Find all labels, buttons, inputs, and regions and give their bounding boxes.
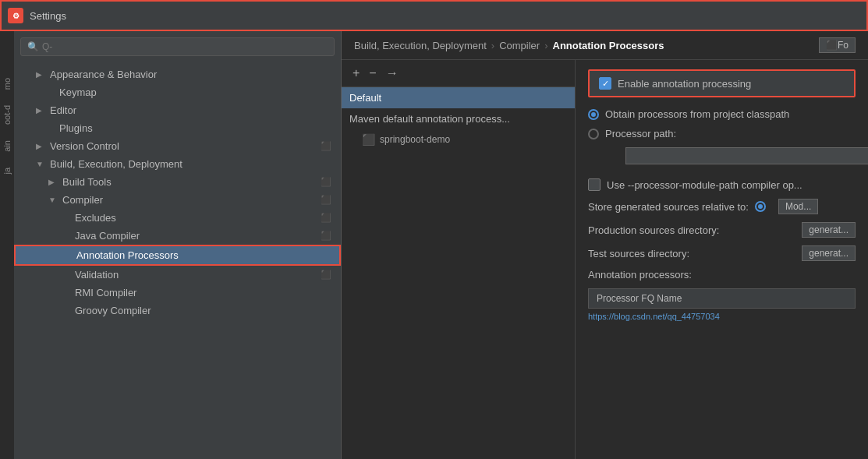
expand-icon: ▼ bbox=[48, 196, 59, 204]
processor-list: Default Maven default annotation process… bbox=[342, 87, 575, 459]
breadcrumb-part-1[interactable]: Build, Execution, Deployment bbox=[354, 40, 487, 51]
breadcrumb-part-2[interactable]: Compiler bbox=[499, 40, 540, 51]
enable-annotation-checkbox[interactable]: ✓ bbox=[599, 77, 611, 90]
sidebar-item-appearance[interactable]: ▶ Appearance & Behavior bbox=[14, 65, 341, 83]
sidebar-item-build-tools[interactable]: ▶ Build Tools ⬛ bbox=[14, 173, 341, 191]
sidebar-tree: ▶ Appearance & Behavior Keymap ▶ Editor … bbox=[14, 62, 341, 459]
sidebar-item-groovy-compiler[interactable]: Groovy Compiler bbox=[14, 302, 341, 320]
edge-label-2: oot-d bbox=[2, 105, 12, 125]
use-processor-module-checkbox[interactable] bbox=[588, 178, 601, 191]
production-sources-value: generat... bbox=[802, 222, 856, 238]
sidebar-item-java-compiler[interactable]: Java Compiler ⬛ bbox=[14, 227, 341, 245]
navigate-button[interactable]: → bbox=[381, 65, 403, 82]
enable-annotation-row: ✓ Enable annotation processing bbox=[588, 69, 856, 97]
content-body: + − → Default Maven default annotation p… bbox=[342, 60, 868, 459]
test-sources-row: Test sources directory: generat... bbox=[588, 245, 856, 261]
processor-list-item-maven[interactable]: Maven default annotation process... bbox=[342, 108, 575, 129]
annotation-processors-label: Annotation processors: bbox=[588, 269, 692, 281]
copy-icon: ⬛ bbox=[321, 141, 331, 151]
sidebar-item-label: RMI Compiler bbox=[75, 287, 331, 298]
breadcrumb-sep-2: › bbox=[544, 40, 547, 51]
search-input[interactable] bbox=[42, 41, 328, 52]
main-content: mo oot-d ain ja 🔍 ▶ Appearance & Behavio… bbox=[0, 31, 868, 459]
table-header: Processor FQ Name bbox=[588, 288, 856, 309]
obtain-processors-label: Obtain processors from project classpath bbox=[605, 108, 789, 120]
sidebar-item-label: Keymap bbox=[59, 87, 331, 98]
processor-path-radio[interactable] bbox=[588, 129, 599, 139]
sidebar-item-label: Build, Execution, Deployment bbox=[50, 158, 331, 170]
sidebar-item-validation[interactable]: Validation ⬛ bbox=[14, 266, 341, 284]
copy-icon: ⬛ bbox=[321, 195, 331, 205]
breadcrumb: Build, Execution, Deployment › Compiler … bbox=[342, 31, 868, 60]
sidebar-item-excludes[interactable]: Excludes ⬛ bbox=[14, 209, 341, 227]
sidebar-item-build-execution[interactable]: ▼ Build, Execution, Deployment bbox=[14, 155, 341, 173]
processor-sub-label: springboot-demo bbox=[380, 134, 450, 145]
left-edge: mo oot-d ain ja bbox=[0, 31, 14, 459]
edge-label-1: mo bbox=[2, 78, 12, 90]
expand-icon: ▶ bbox=[36, 70, 47, 79]
sidebar-item-label: Excludes bbox=[75, 212, 317, 224]
expand-icon: ▶ bbox=[48, 178, 59, 186]
obtain-processors-row: Obtain processors from project classpath bbox=[588, 108, 856, 120]
sidebar-item-keymap[interactable]: Keymap bbox=[14, 83, 341, 101]
sidebar-item-label: Version Control bbox=[50, 140, 317, 152]
processor-path-label: Processor path: bbox=[605, 128, 676, 139]
store-generated-label: Store generated sources relative to: bbox=[588, 201, 749, 213]
module-icon: ⬛ bbox=[362, 133, 375, 146]
settings-panel: ✓ Enable annotation processing Obtain pr… bbox=[576, 60, 868, 459]
expand-icon: ▶ bbox=[36, 106, 47, 115]
sidebar-item-label: Annotation Processors bbox=[76, 249, 330, 261]
processor-path-row: Processor path: bbox=[588, 128, 856, 139]
edge-label-4: ja bbox=[2, 168, 12, 175]
use-processor-module-label: Use --processor-module-path compiler op.… bbox=[607, 179, 802, 191]
use-processor-module-row: Use --processor-module-path compiler op.… bbox=[588, 178, 856, 191]
sidebar-item-label: Groovy Compiler bbox=[75, 305, 331, 316]
processor-list-panel: + − → Default Maven default annotation p… bbox=[342, 60, 576, 459]
add-button[interactable]: + bbox=[348, 65, 364, 82]
sidebar-item-annotation-processors[interactable]: Annotation Processors bbox=[14, 245, 341, 266]
store-generated-radio[interactable] bbox=[755, 201, 766, 212]
processor-path-input[interactable] bbox=[625, 147, 868, 164]
processor-list-item-springboot[interactable]: ⬛ springboot-demo bbox=[342, 129, 575, 150]
copy-icon: ⬛ bbox=[321, 231, 331, 241]
sidebar-item-label: Compiler bbox=[62, 194, 317, 206]
sidebar-item-label: Validation bbox=[75, 269, 317, 281]
sidebar-item-label: Appearance & Behavior bbox=[50, 69, 331, 80]
sidebar-item-compiler[interactable]: ▼ Compiler ⬛ bbox=[14, 191, 341, 209]
search-box[interactable]: 🔍 bbox=[20, 37, 335, 56]
annotation-processors-row: Annotation processors: bbox=[588, 269, 856, 281]
remove-button[interactable]: − bbox=[364, 65, 381, 82]
copy-icon: ⬛ bbox=[321, 213, 331, 223]
search-icon: 🔍 bbox=[27, 41, 39, 52]
sidebar-item-label: Plugins bbox=[59, 122, 331, 134]
watermark-text: https://blog.csdn.net/qq_44757034 bbox=[588, 312, 720, 321]
production-sources-label: Production sources directory: bbox=[588, 224, 719, 236]
test-sources-label: Test sources directory: bbox=[588, 248, 689, 260]
enable-annotation-label: Enable annotation processing bbox=[618, 78, 751, 90]
breadcrumb-part-3: Annotation Processors bbox=[553, 40, 664, 51]
sidebar-item-version-control[interactable]: ▶ Version Control ⬛ bbox=[14, 137, 341, 155]
sidebar-item-label: Build Tools bbox=[62, 176, 317, 188]
copy-icon: ⬛ bbox=[321, 270, 331, 280]
breadcrumb-sep-1: › bbox=[491, 40, 494, 51]
sidebar-item-editor[interactable]: ▶ Editor bbox=[14, 101, 341, 119]
expand-icon: ▶ bbox=[36, 142, 47, 150]
content-panel: Build, Execution, Deployment › Compiler … bbox=[342, 31, 868, 459]
edge-label-3: ain bbox=[2, 140, 12, 152]
copy-icon: ⬛ bbox=[321, 177, 331, 187]
font-button[interactable]: ⬛ Fo bbox=[819, 37, 856, 53]
obtain-processors-radio[interactable] bbox=[588, 109, 599, 120]
production-sources-row: Production sources directory: generat... bbox=[588, 222, 856, 238]
sidebar-item-label: Java Compiler bbox=[75, 230, 317, 242]
settings-icon: ⚙ bbox=[8, 8, 23, 23]
processor-list-item-default[interactable]: Default bbox=[342, 87, 575, 108]
sidebar-item-label: Editor bbox=[50, 104, 331, 116]
expand-icon: ▼ bbox=[36, 160, 47, 168]
table-header-label: Processor FQ Name bbox=[597, 293, 682, 304]
sidebar-item-plugins[interactable]: Plugins bbox=[14, 119, 341, 137]
font-icon: ⬛ bbox=[826, 40, 838, 51]
title-bar: ⚙ Settings bbox=[0, 0, 868, 31]
list-toolbar: + − → bbox=[342, 60, 575, 87]
store-generated-value: Mod... bbox=[778, 199, 818, 214]
sidebar-item-rmi-compiler[interactable]: RMI Compiler bbox=[14, 284, 341, 302]
